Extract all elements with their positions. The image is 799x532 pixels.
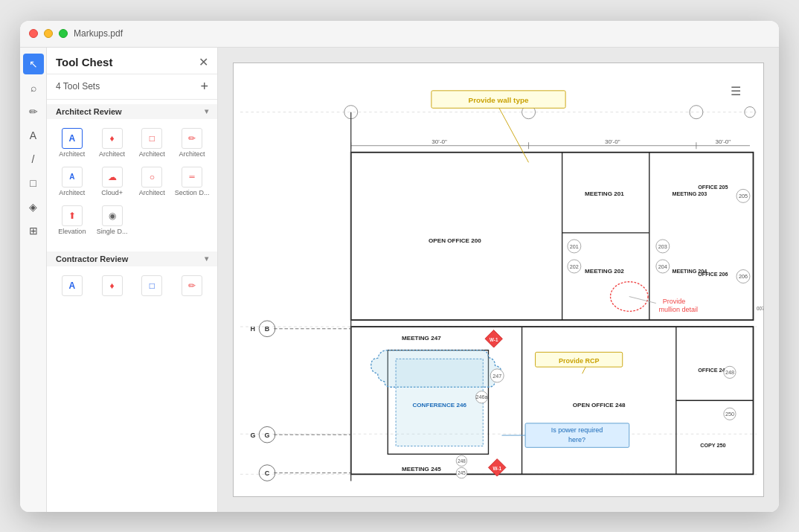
svg-text:COPY  250: COPY 250	[700, 442, 725, 449]
svg-text:202: 202	[570, 263, 579, 269]
svg-text:here?: here?	[568, 436, 585, 443]
app-window: Markups.pdf ↖ ⌕ ✏ A / □ ◈ ⊞ Tool Chest ✕…	[20, 21, 779, 512]
tool-symbol-8: ═	[182, 167, 202, 188]
line-tool[interactable]: /	[23, 149, 44, 170]
panel-title: Tool Chest	[56, 56, 112, 68]
svg-text:OFFICE  206: OFFICE 206	[698, 271, 728, 278]
svg-text:246a: 246a	[475, 394, 487, 400]
text-tool[interactable]: A	[23, 125, 44, 146]
svg-text:OFFICE  205: OFFICE 205	[698, 184, 728, 190]
contractor-section-chevron: ▾	[205, 254, 208, 263]
shape-tool[interactable]: □	[23, 173, 44, 193]
svg-text:MEETING  245: MEETING 245	[402, 465, 441, 472]
svg-text:248: 248	[458, 458, 466, 464]
panel-header: Tool Chest ✕	[47, 48, 217, 74]
contractor-symbol-3: □	[141, 275, 162, 296]
svg-text:C: C	[265, 469, 270, 477]
tool-symbol-5: A	[62, 167, 83, 188]
architect-review-header[interactable]: Architect Review ▾	[47, 104, 217, 119]
close-button[interactable]	[29, 29, 38, 38]
contractor-review-header[interactable]: Contractor Review ▾	[47, 251, 217, 266]
tool-item-8[interactable]: ═ Section D...	[173, 162, 211, 199]
power-required-text: Is power required	[551, 426, 603, 434]
stamp-tool[interactable]: ◈	[23, 196, 44, 217]
maximize-button[interactable]	[59, 29, 68, 38]
contractor-tool-1[interactable]: A	[53, 271, 92, 301]
cursor-tool[interactable]: ↖	[23, 54, 44, 74]
tool-symbol-1: A	[62, 128, 83, 149]
svg-text:MEETING  247: MEETING 247	[402, 335, 441, 342]
svg-text:B: B	[265, 325, 270, 333]
svg-text:0076: 0076	[757, 305, 763, 310]
contractor-tool-3[interactable]: □	[133, 271, 172, 301]
contractor-symbol-1: A	[62, 275, 83, 296]
tool-item-3[interactable]: □ Architect	[133, 124, 172, 161]
svg-text:G: G	[251, 431, 256, 438]
svg-text:250: 250	[725, 410, 734, 417]
svg-rect-0	[234, 71, 763, 487]
svg-text:Provide: Provide	[663, 297, 686, 304]
tool-item-9[interactable]: ⬆ Elevation	[53, 201, 92, 238]
tool-label-4: Architect	[179, 150, 205, 158]
svg-text:248: 248	[725, 369, 734, 376]
svg-text:W-1: W-1	[490, 336, 498, 342]
search-tool[interactable]: ⌕	[23, 77, 44, 98]
svg-text:247: 247	[492, 372, 501, 379]
svg-text:MEETING  201: MEETING 201	[585, 190, 624, 197]
tool-sections-container: Architect Review ▾ A Architect ♦ Archite…	[47, 100, 217, 512]
tool-item-1[interactable]: A Architect	[53, 124, 92, 161]
svg-text:CONFERENCE  246: CONFERENCE 246	[412, 402, 466, 408]
tool-item-2[interactable]: ♦ Architect	[93, 124, 132, 161]
panel-close-button[interactable]: ✕	[199, 55, 208, 69]
add-tool-set-button[interactable]: +	[200, 79, 208, 94]
provide-wall-type-text: Provide wall type	[469, 96, 529, 104]
tool-symbol-7: ○	[141, 167, 162, 188]
image-tool[interactable]: ⊞	[23, 220, 44, 241]
tool-item-10[interactable]: ◉ Single D...	[93, 201, 132, 238]
svg-text:H: H	[251, 325, 256, 333]
blueprint-menu-icon[interactable]: ☰	[731, 84, 741, 98]
section-chevron: ▾	[205, 107, 208, 115]
svg-text:204: 204	[658, 263, 667, 269]
svg-text:206: 206	[739, 273, 748, 280]
svg-text:G: G	[265, 431, 270, 438]
contractor-symbol-4: ✏	[182, 275, 202, 296]
tool-label-10: Single D...	[97, 228, 128, 235]
tool-symbol-9: ⬆	[62, 205, 83, 226]
contractor-review-label: Contractor Review	[56, 254, 128, 263]
svg-text:mullion detail: mullion detail	[658, 306, 698, 313]
architect-tools-grid: A Architect ♦ Architect □ Architect ✏	[47, 119, 217, 243]
minimize-button[interactable]	[44, 29, 53, 38]
pencil-tool[interactable]: ✏	[23, 101, 44, 122]
tool-item-6[interactable]: ☁ Cloud+	[93, 162, 132, 199]
contractor-tool-4[interactable]: ✏	[173, 271, 211, 301]
svg-text:30'-0": 30'-0"	[605, 138, 620, 145]
tool-item-4[interactable]: ✏ Architect	[173, 124, 211, 161]
tool-chest-panel: Tool Chest ✕ 4 Tool Sets + Architect Rev…	[47, 48, 218, 512]
blueprint-area: ☰ .room-label { font: bold 9px sans-seri…	[218, 48, 779, 512]
svg-text:OPEN OFFICE  248: OPEN OFFICE 248	[573, 402, 626, 408]
svg-text:203: 203	[658, 243, 667, 249]
svg-text:MEETING  203: MEETING 203	[672, 190, 707, 197]
architect-review-section: Architect Review ▾ A Architect ♦ Archite…	[47, 100, 217, 247]
tool-label-7: Architect	[139, 189, 165, 196]
filename-label: Markups.pdf	[74, 28, 123, 39]
blueprint-canvas: ☰ .room-label { font: bold 9px sans-seri…	[233, 63, 764, 497]
main-content: ↖ ⌕ ✏ A / □ ◈ ⊞ Tool Chest ✕ 4 Tool Sets…	[20, 48, 779, 512]
svg-text:205: 205	[739, 193, 748, 199]
panel-subheader: 4 Tool Sets +	[47, 74, 217, 100]
tool-label-6: Cloud+	[101, 189, 123, 196]
tool-label-5: Architect	[59, 189, 85, 196]
left-toolbar: ↖ ⌕ ✏ A / □ ◈ ⊞	[20, 48, 47, 512]
svg-text:30'-0": 30'-0"	[716, 138, 731, 145]
tool-item-5[interactable]: A Architect	[53, 162, 92, 199]
contractor-tools-grid: A ♦ □ ✏	[47, 266, 217, 305]
tool-symbol-4: ✏	[182, 128, 202, 149]
contractor-tool-2[interactable]: ♦	[93, 271, 132, 301]
svg-text:201: 201	[570, 243, 579, 249]
contractor-review-section: Contractor Review ▾ A ♦ □	[47, 247, 217, 310]
floor-plan-svg: .room-label { font: bold 9px sans-serif;…	[234, 63, 763, 496]
tool-item-7[interactable]: ○ Architect	[133, 162, 172, 199]
tool-label-9: Elevation	[58, 228, 86, 235]
title-bar: Markups.pdf	[20, 21, 779, 48]
